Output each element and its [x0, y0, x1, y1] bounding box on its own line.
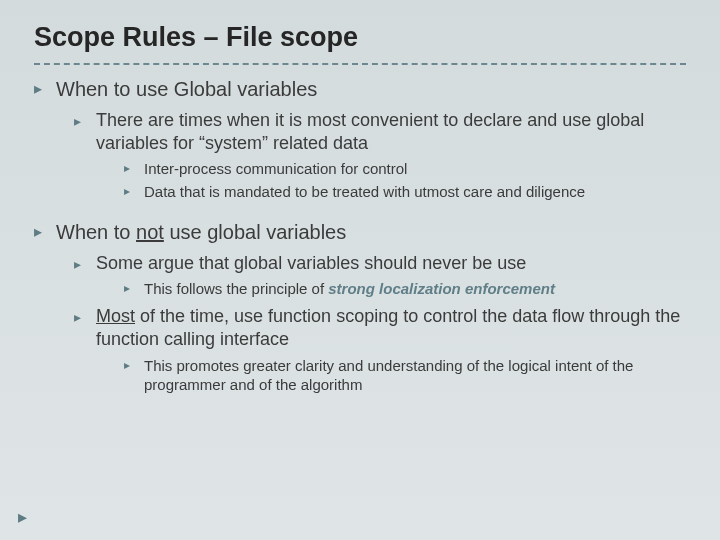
l1-text-underline: not — [136, 221, 164, 243]
divider — [34, 63, 686, 65]
bullet-list-l2: There are times when it is most convenie… — [56, 109, 686, 202]
bullet-list-l3: This follows the principle of strong loc… — [96, 279, 686, 299]
bullet-list-l2: Some argue that global variables should … — [56, 252, 686, 396]
l3-text-pre: This follows the principle of — [144, 280, 328, 297]
l3-text-em: strong localization enforcement — [328, 280, 555, 297]
l1-text: When to use Global variables — [56, 78, 317, 100]
l3-text: Data that is mandated to be treated with… — [144, 183, 585, 200]
l2-item: There are times when it is most convenie… — [74, 109, 686, 202]
page-title: Scope Rules – File scope — [34, 22, 686, 53]
l1-text-pre: When to — [56, 221, 136, 243]
l3-item: Inter-process communication for control — [124, 159, 686, 179]
bullet-list-l1: When to use Global variables There are t… — [34, 77, 686, 395]
l2-item: Most of the time, use function scoping t… — [74, 305, 686, 395]
l1-text-post: use global variables — [164, 221, 346, 243]
l3-text: This promotes greater clarity and unders… — [144, 357, 633, 394]
l3-text: Inter-process communication for control — [144, 160, 407, 177]
l3-item: This follows the principle of strong loc… — [124, 279, 686, 299]
l3-item: This promotes greater clarity and unders… — [124, 356, 686, 396]
chevron-right-icon: ▸ — [18, 506, 27, 528]
l1-item: When to use Global variables There are t… — [34, 77, 686, 202]
bullet-list-l3: Inter-process communication for control … — [96, 159, 686, 202]
l2-text: Some argue that global variables should … — [96, 253, 526, 273]
l2-text-underline: Most — [96, 306, 135, 326]
l2-text: There are times when it is most convenie… — [96, 110, 644, 153]
slide: Scope Rules – File scope When to use Glo… — [0, 0, 720, 415]
l3-item: Data that is mandated to be treated with… — [124, 182, 686, 202]
l2-text-post: of the time, use function scoping to con… — [96, 306, 680, 349]
spacer — [34, 212, 686, 220]
bullet-list-l3: This promotes greater clarity and unders… — [96, 356, 686, 396]
l1-item: When to not use global variables Some ar… — [34, 220, 686, 395]
l2-item: Some argue that global variables should … — [74, 252, 686, 299]
